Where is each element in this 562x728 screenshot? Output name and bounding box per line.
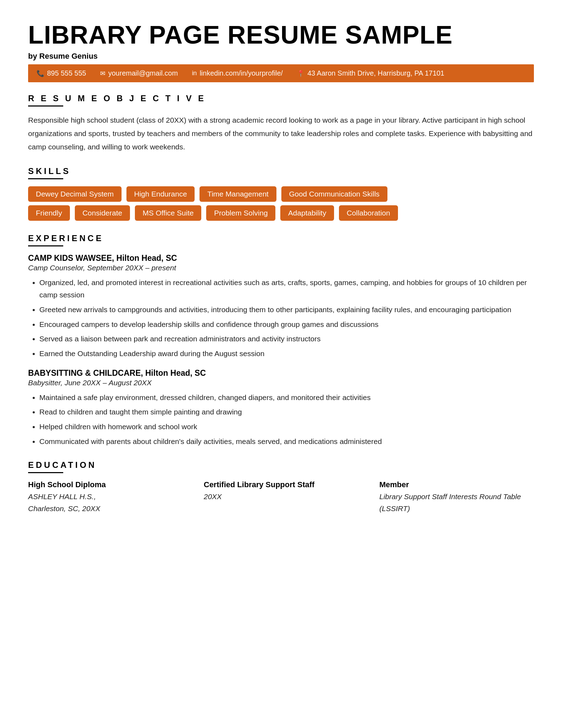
skills-row-2: FriendlyConsiderateMS Office SuiteProble…: [28, 205, 534, 221]
objective-text: Responsible high school student (class o…: [28, 114, 534, 153]
skill-badge: Good Communication Skills: [281, 186, 387, 202]
skill-badge: Time Management: [200, 186, 276, 202]
education-item: MemberLibrary Support Staff Interests Ro…: [379, 480, 534, 514]
edu-detail: ASHLEY HALL H.S., Charleston, SC, 20XX: [28, 491, 183, 514]
job-company: CAMP KIDS WAWSEE, Hilton Head, SC: [28, 253, 534, 263]
education-item: Certified Library Support Staff20XX: [204, 480, 358, 503]
contact-email: ✉ youremail@gmail.com: [100, 69, 178, 77]
bullet-item: Read to children and taught them simple …: [39, 406, 534, 418]
bullet-item: Encouraged campers to develop leadership…: [39, 318, 534, 331]
bullet-item: Organized, led, and promoted interest in…: [39, 276, 534, 301]
experience-section: EXPERIENCE CAMP KIDS WAWSEE, Hilton Head…: [28, 233, 534, 448]
skill-badge: Problem Solving: [206, 205, 275, 221]
edu-degree: Certified Library Support Staff: [204, 480, 358, 489]
experience-divider: [28, 245, 63, 246]
contact-linkedin: in linkedin.com/in/yourprofile/: [192, 69, 283, 77]
bullet-item: Earned the Outstanding Leadership award …: [39, 347, 534, 360]
skill-badge: Adaptability: [280, 205, 334, 221]
page-title: LIBRARY PAGE RESUME SAMPLE: [28, 21, 534, 49]
contact-phone: 📞 895 555 555: [37, 69, 86, 77]
contact-bar: 📞 895 555 555 ✉ youremail@gmail.com in l…: [28, 64, 534, 82]
objective-section: R E S U M E O B J E C T I V E Responsibl…: [28, 94, 534, 153]
experience-job: BABYSITTING & CHILDCARE, Hilton Head, SC…: [28, 368, 534, 448]
education-section: EDUCATION High School DiplomaASHLEY HALL…: [28, 460, 534, 514]
skill-badge: Dewey Decimal System: [28, 186, 122, 202]
skill-badge: MS Office Suite: [135, 205, 202, 221]
bullet-item: Maintained a safe play environment, dres…: [39, 391, 534, 404]
email-icon: ✉: [100, 70, 105, 77]
edu-degree: High School Diploma: [28, 480, 183, 489]
skills-section: SKILLS Dewey Decimal SystemHigh Enduranc…: [28, 166, 534, 221]
byline: by Resume Genius: [28, 52, 534, 61]
skill-badge: Collaboration: [339, 205, 398, 221]
edu-detail: Library Support Staff Interests Round Ta…: [379, 491, 534, 514]
edu-degree: Member: [379, 480, 534, 489]
objective-divider: [28, 105, 63, 107]
phone-icon: 📞: [37, 70, 44, 77]
job-bullets: Organized, led, and promoted interest in…: [39, 276, 534, 360]
skills-row-1: Dewey Decimal SystemHigh EnduranceTime M…: [28, 186, 534, 202]
job-role: Camp Counselor, September 20XX – present: [28, 264, 534, 272]
linkedin-url: linkedin.com/in/yourprofile/: [200, 69, 283, 77]
skill-badge: Considerate: [75, 205, 130, 221]
education-row: High School DiplomaASHLEY HALL H.S., Cha…: [28, 480, 534, 514]
objective-title: R E S U M E O B J E C T I V E: [28, 94, 534, 103]
bullet-item: Served as a liaison between park and rec…: [39, 333, 534, 345]
linkedin-icon: in: [192, 70, 197, 77]
bullet-item: Communicated with parents about children…: [39, 435, 534, 448]
skill-badge: Friendly: [28, 205, 70, 221]
education-title: EDUCATION: [28, 460, 534, 470]
bullet-item: Greeted new arrivals to campgrounds and …: [39, 303, 534, 316]
address-text: 43 Aaron Smith Drive, Harrisburg, PA 171…: [307, 69, 444, 77]
email-address: youremail@gmail.com: [108, 69, 178, 77]
skills-divider: [28, 178, 63, 179]
education-divider: [28, 472, 63, 473]
job-bullets: Maintained a safe play environment, dres…: [39, 391, 534, 448]
experience-job: CAMP KIDS WAWSEE, Hilton Head, SCCamp Co…: [28, 253, 534, 360]
location-icon: 📍: [297, 70, 305, 77]
skills-title: SKILLS: [28, 166, 534, 176]
skill-badge: High Endurance: [126, 186, 195, 202]
job-role: Babysitter, June 20XX – August 20XX: [28, 379, 534, 387]
bullet-item: Helped children with homework and school…: [39, 420, 534, 433]
phone-number: 895 555 555: [47, 69, 86, 77]
contact-address: 📍 43 Aaron Smith Drive, Harrisburg, PA 1…: [297, 69, 444, 77]
job-company: BABYSITTING & CHILDCARE, Hilton Head, SC: [28, 368, 534, 378]
education-item: High School DiplomaASHLEY HALL H.S., Cha…: [28, 480, 183, 514]
edu-detail: 20XX: [204, 491, 358, 503]
experience-title: EXPERIENCE: [28, 233, 534, 243]
